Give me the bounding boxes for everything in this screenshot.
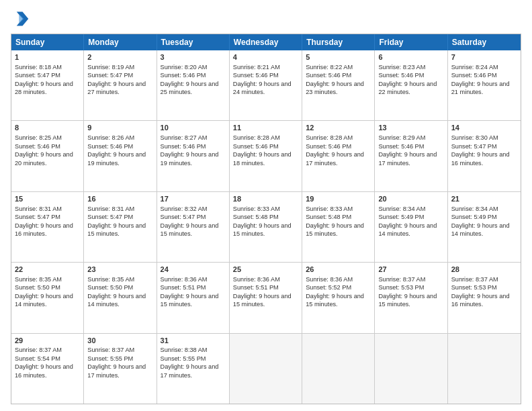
day-number: 22 [15,265,80,275]
day-number: 7 [451,52,517,62]
day-cell-5: 5Sunrise: 8:22 AM Sunset: 5:46 PM Daylig… [302,50,375,120]
week-row-2: 8Sunrise: 8:25 AM Sunset: 5:46 PM Daylig… [11,121,521,191]
day-number: 27 [378,265,443,275]
day-info: Sunrise: 8:19 AM Sunset: 5:47 PM Dayligh… [87,63,152,97]
day-number: 26 [306,265,371,275]
day-cell-7: 7Sunrise: 8:24 AM Sunset: 5:46 PM Daylig… [448,50,521,120]
day-info: Sunrise: 8:31 AM Sunset: 5:47 PM Dayligh… [15,205,80,238]
day-cell-23: 23Sunrise: 8:35 AM Sunset: 5:50 PM Dayli… [84,263,157,332]
day-info: Sunrise: 8:33 AM Sunset: 5:48 PM Dayligh… [306,205,371,238]
day-info: Sunrise: 8:34 AM Sunset: 5:49 PM Dayligh… [451,205,517,238]
day-info: Sunrise: 8:36 AM Sunset: 5:52 PM Dayligh… [306,275,371,309]
day-cell-24: 24Sunrise: 8:36 AM Sunset: 5:51 PM Dayli… [157,263,230,332]
day-info: Sunrise: 8:37 AM Sunset: 5:55 PM Dayligh… [87,346,152,379]
day-number: 20 [378,194,443,204]
day-cell-4: 4Sunrise: 8:21 AM Sunset: 5:46 PM Daylig… [230,50,302,120]
day-number: 11 [233,123,298,133]
day-number: 21 [451,194,517,204]
day-number: 5 [306,52,371,62]
header-day-saturday: Saturday [448,34,521,50]
day-cell-20: 20Sunrise: 8:34 AM Sunset: 5:49 PM Dayli… [375,192,447,262]
day-info: Sunrise: 8:37 AM Sunset: 5:53 PM Dayligh… [378,275,443,309]
day-cell-30: 30Sunrise: 8:37 AM Sunset: 5:55 PM Dayli… [84,334,157,404]
day-number: 10 [161,123,226,133]
day-number: 13 [378,123,443,133]
day-number: 31 [161,336,226,346]
day-cell-11: 11Sunrise: 8:28 AM Sunset: 5:46 PM Dayli… [230,121,302,191]
day-cell-27: 27Sunrise: 8:37 AM Sunset: 5:53 PM Dayli… [375,263,447,332]
day-number: 14 [451,123,517,133]
day-info: Sunrise: 8:38 AM Sunset: 5:55 PM Dayligh… [161,346,226,379]
week-row-5: 29Sunrise: 8:37 AM Sunset: 5:54 PM Dayli… [11,334,521,404]
header-day-monday: Monday [84,34,157,50]
day-cell-28: 28Sunrise: 8:37 AM Sunset: 5:53 PM Dayli… [448,263,521,332]
day-number: 15 [15,194,80,204]
day-number: 24 [161,265,226,275]
day-number: 18 [233,194,298,204]
day-number: 1 [15,52,80,62]
day-cell-25: 25Sunrise: 8:36 AM Sunset: 5:51 PM Dayli… [230,263,302,332]
empty-cell [375,334,447,404]
day-number: 16 [87,194,152,204]
day-number: 3 [161,52,226,62]
week-row-4: 22Sunrise: 8:35 AM Sunset: 5:50 PM Dayli… [11,263,521,333]
day-info: Sunrise: 8:35 AM Sunset: 5:50 PM Dayligh… [15,275,80,309]
day-number: 25 [233,265,298,275]
day-info: Sunrise: 8:22 AM Sunset: 5:46 PM Dayligh… [306,63,371,97]
day-cell-13: 13Sunrise: 8:29 AM Sunset: 5:46 PM Dayli… [375,121,447,191]
header-day-tuesday: Tuesday [157,34,230,50]
day-number: 23 [87,265,152,275]
day-cell-1: 1Sunrise: 8:18 AM Sunset: 5:47 PM Daylig… [11,50,84,120]
calendar: SundayMondayTuesdayWednesdayThursdayFrid… [11,34,521,404]
day-info: Sunrise: 8:27 AM Sunset: 5:46 PM Dayligh… [161,134,226,167]
day-cell-18: 18Sunrise: 8:33 AM Sunset: 5:48 PM Dayli… [230,192,302,262]
calendar-container: SundayMondayTuesdayWednesdayThursdayFrid… [11,34,521,404]
day-info: Sunrise: 8:23 AM Sunset: 5:46 PM Dayligh… [378,63,443,97]
day-info: Sunrise: 8:21 AM Sunset: 5:46 PM Dayligh… [233,63,298,97]
day-number: 4 [233,52,298,62]
day-number: 6 [378,52,443,62]
day-info: Sunrise: 8:28 AM Sunset: 5:46 PM Dayligh… [306,134,371,167]
day-cell-3: 3Sunrise: 8:20 AM Sunset: 5:46 PM Daylig… [157,50,230,120]
day-cell-2: 2Sunrise: 8:19 AM Sunset: 5:47 PM Daylig… [84,50,157,120]
day-info: Sunrise: 8:36 AM Sunset: 5:51 PM Dayligh… [233,275,298,309]
day-cell-12: 12Sunrise: 8:28 AM Sunset: 5:46 PM Dayli… [302,121,375,191]
day-cell-26: 26Sunrise: 8:36 AM Sunset: 5:52 PM Dayli… [302,263,375,332]
calendar-header: SundayMondayTuesdayWednesdayThursdayFrid… [11,34,521,50]
day-info: Sunrise: 8:24 AM Sunset: 5:46 PM Dayligh… [451,63,517,97]
day-number: 9 [87,123,152,133]
day-info: Sunrise: 8:34 AM Sunset: 5:49 PM Dayligh… [378,205,443,238]
day-cell-9: 9Sunrise: 8:26 AM Sunset: 5:46 PM Daylig… [84,121,157,191]
day-number: 19 [306,194,371,204]
day-number: 28 [451,265,517,275]
day-info: Sunrise: 8:33 AM Sunset: 5:48 PM Dayligh… [233,205,298,238]
day-cell-15: 15Sunrise: 8:31 AM Sunset: 5:47 PM Dayli… [11,192,84,262]
day-info: Sunrise: 8:25 AM Sunset: 5:46 PM Dayligh… [15,134,80,167]
day-cell-21: 21Sunrise: 8:34 AM Sunset: 5:49 PM Dayli… [448,192,521,262]
day-number: 2 [87,52,152,62]
day-info: Sunrise: 8:36 AM Sunset: 5:51 PM Dayligh… [161,275,226,309]
day-cell-29: 29Sunrise: 8:37 AM Sunset: 5:54 PM Dayli… [11,334,84,404]
day-info: Sunrise: 8:29 AM Sunset: 5:46 PM Dayligh… [378,134,443,167]
day-number: 12 [306,123,371,133]
day-cell-14: 14Sunrise: 8:30 AM Sunset: 5:47 PM Dayli… [448,121,521,191]
day-info: Sunrise: 8:30 AM Sunset: 5:47 PM Dayligh… [451,134,517,167]
empty-cell [448,334,521,404]
day-info: Sunrise: 8:28 AM Sunset: 5:46 PM Dayligh… [233,134,298,167]
day-number: 29 [15,336,80,346]
page: SundayMondayTuesdayWednesdayThursdayFrid… [0,0,532,411]
logo [11,9,32,28]
day-cell-16: 16Sunrise: 8:31 AM Sunset: 5:47 PM Dayli… [84,192,157,262]
empty-cell [230,334,302,404]
day-cell-17: 17Sunrise: 8:32 AM Sunset: 5:47 PM Dayli… [157,192,230,262]
header-day-wednesday: Wednesday [230,34,302,50]
calendar-body: 1Sunrise: 8:18 AM Sunset: 5:47 PM Daylig… [11,50,521,404]
day-number: 30 [87,336,152,346]
day-info: Sunrise: 8:37 AM Sunset: 5:53 PM Dayligh… [451,275,517,309]
logo-icon [11,9,30,28]
empty-cell [302,334,375,404]
day-info: Sunrise: 8:32 AM Sunset: 5:47 PM Dayligh… [161,205,226,238]
header-day-thursday: Thursday [302,34,375,50]
day-cell-10: 10Sunrise: 8:27 AM Sunset: 5:46 PM Dayli… [157,121,230,191]
day-number: 17 [161,194,226,204]
